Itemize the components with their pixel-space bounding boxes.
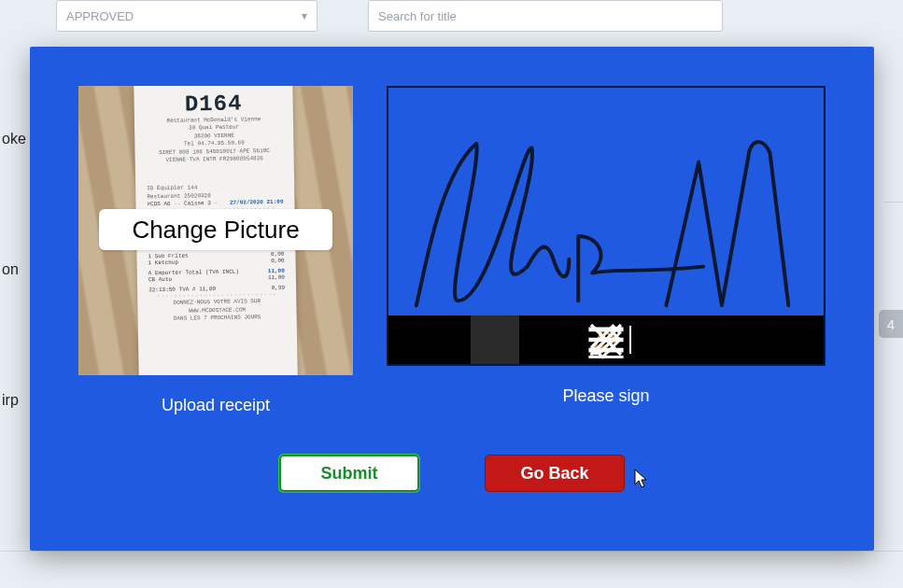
search-title-input[interactable]: Search for title <box>368 0 723 32</box>
bg-divider <box>0 551 903 552</box>
count-badge: 4 <box>879 310 903 338</box>
chevron-down-icon: ▾ <box>302 9 307 22</box>
status-filter-select[interactable]: APPROVED ▾ <box>56 0 317 32</box>
submit-button[interactable]: Submit <box>279 455 419 492</box>
pencil-edit-icon <box>388 315 824 364</box>
sign-caption: Please sign <box>387 386 825 406</box>
go-back-button[interactable]: Go Back <box>485 455 625 492</box>
signature-toolbar <box>388 315 824 364</box>
signature-pad[interactable] <box>387 86 825 366</box>
status-filter-value: APPROVED <box>66 9 134 23</box>
upload-receipt-panel: D164 Restaurant McDonald's Vienne 30 Qua… <box>78 86 353 415</box>
signature-panel: Please sign <box>387 86 825 415</box>
upload-caption: Upload receipt <box>78 396 353 415</box>
receipt-signature-modal: D164 Restaurant McDonald's Vienne 30 Qua… <box>30 47 874 551</box>
change-picture-button[interactable]: Change Picture <box>99 209 332 250</box>
search-placeholder: Search for title <box>378 9 457 23</box>
receipt-image: D164 Restaurant McDonald's Vienne 30 Qua… <box>78 86 353 375</box>
bg-divider <box>884 202 903 203</box>
modal-actions: Submit Go Back <box>78 455 825 492</box>
edit-signature-button[interactable] <box>693 315 741 364</box>
mouse-cursor-icon <box>632 468 651 490</box>
